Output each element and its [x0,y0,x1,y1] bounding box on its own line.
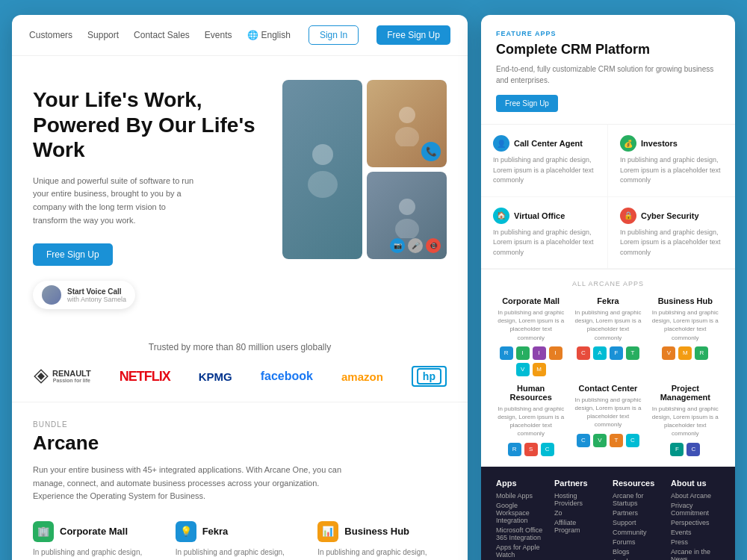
facebook-logo[interactable]: facebook [261,370,313,383]
crm-feature-call-center: 👤 Call Center Agent In publishing and gr… [481,125,608,197]
all-app-icons-2: C A F T [573,346,642,360]
voice-call-badge[interactable]: Start Voice Call with Antony Samela [33,281,135,309]
crm-feature-cyber-security: 🔒 Cyber Security In publishing and graph… [608,197,735,270]
mini-icon-1a: R [500,346,513,360]
footer-link-zo[interactable]: Zo [554,509,604,517]
scene: Customers Support Contact Sales Events 🌐… [12,15,735,560]
app-business-hub: 📊 Business Hub In publishing and graphic… [317,521,447,560]
hero-image-2: 📞 [367,80,447,167]
mic-icon[interactable]: 🎤 [408,238,423,253]
video-icon[interactable]: 📷 [390,238,405,253]
footer-link-affiliate[interactable]: Affiliate Program [554,519,604,534]
footer-link-ms365[interactable]: Microsoft Office 365 Integration [496,526,545,541]
apps-grid: 🏢 Corporate Mall In publishing and graph… [33,521,447,560]
crm-cta-button[interactable]: Free Sign Up [496,95,558,112]
svg-point-4 [399,199,415,215]
footer-link-forums[interactable]: Forums [613,538,662,546]
right-panel: FEATURE APPS Complete CRM Platform End-t… [481,15,735,560]
voice-call-text: Start Voice Call with Antony Samela [67,287,126,303]
nav-language[interactable]: 🌐 English [247,30,291,40]
footer-link-privacy[interactable]: Privacy Commitment [671,502,720,517]
mini-icon-1d: I [549,346,562,360]
signup-button[interactable]: Free Sign Up [376,25,450,45]
footer-grid: Apps Mobile Apps Google Workspace Integr… [496,479,720,561]
voice-call-label: Start Voice Call [67,287,126,296]
corporate-mall-icon: 🏢 [33,521,54,542]
footer-link-support[interactable]: Support [613,519,662,526]
signin-button[interactable]: Sign In [309,25,359,45]
app-name-1: Corporate Mall [60,526,128,537]
crm-feature-header-4: 🔒 Cyber Security [620,208,723,224]
footer-link-about[interactable]: About Arcane [671,492,720,500]
footer-link-startups[interactable]: Arcane for Startups [613,492,662,507]
footer-link-perspectives[interactable]: Perspectives [671,519,720,526]
hero-cta-button[interactable]: Free Sign Up [33,243,113,266]
app-header-3: 📊 Business Hub [317,521,447,542]
hero-image-1 [282,80,362,259]
crm-top: FEATURE APPS Complete CRM Platform End-t… [481,15,735,125]
action-icons: 📷 🎤 📵 [390,238,441,253]
app-header-2: 💡 Fekra [176,521,305,542]
all-app-icons-1: R I I I V M [496,346,565,376]
nav-customers[interactable]: Customers [29,30,72,40]
all-app-desc-3: In publishing and graphic design, Lorem … [651,308,720,342]
footer-link-google[interactable]: Google Workspace Integration [496,502,545,524]
hero-title: Your Life's Work, Powered By Our Life's … [33,87,267,163]
svg-marker-7 [37,373,45,380]
mini-icon-1c: I [533,346,546,360]
footer-link-mobile[interactable]: Mobile Apps [496,492,545,500]
mini-icon-6a: F [670,443,684,456]
footer-link-community[interactable]: Community [613,529,662,536]
crm-feature-investors: 💰 Investors In publishing and graphic de… [608,125,735,197]
all-apps-section: ALL ARCANE APPS Corporate Mall In publis… [481,269,735,467]
trusted-section: Trusted by more than 80 million users gl… [12,327,468,402]
all-apps-label: ALL ARCANE APPS [496,280,720,287]
app-header-1: 🏢 Corporate Mall [33,521,162,542]
footer-col-partners: Partners Hosting Providers Zo Affiliate … [554,479,604,561]
footer-col-resources-title: Resources [613,479,662,488]
footer-link-press[interactable]: Press [671,538,720,546]
nav-contact-sales[interactable]: Contact Sales [134,30,190,40]
hero-section: Your Life's Work, Powered By Our Life's … [12,56,468,327]
all-app-desc-2: In publishing and graphic design, Lorem … [573,308,642,342]
footer-link-hosting[interactable]: Hosting Providers [554,492,604,507]
app-desc-1: In publishing and graphic design, Lorem … [33,547,162,560]
svg-point-5 [395,219,419,238]
footer-link-news[interactable]: Arcane in the News [671,548,720,561]
all-app-icons-4: R S C [496,443,565,456]
footer-col-partners-title: Partners [554,479,604,488]
person-svg-3 [388,193,426,238]
footer-link-apple[interactable]: Apps for Apple Watch [496,544,545,559]
footer-link-academy[interactable]: Academy [613,558,662,561]
footer-link-events[interactable]: Events [671,529,720,536]
bundle-label: BUNDLE [33,420,447,429]
renault-icon [33,368,49,385]
crm-features: 👤 Call Center Agent In publishing and gr… [481,125,735,269]
svg-point-3 [395,127,419,146]
voice-avatar [42,285,61,305]
all-app-name-2: Fekra [573,296,642,305]
nav-links: Customers Support Contact Sales Events 🌐… [29,30,291,40]
footer-col-about-title: About us [671,479,720,488]
footer-col-resources: Resources Arcane for Startups Partners S… [613,479,662,561]
end-call-icon[interactable]: 📵 [426,238,441,253]
all-apps-grid: Corporate Mall In publishing and graphic… [496,296,720,456]
footer-col-about: About us About Arcane Privacy Commitment… [671,479,720,561]
footer-link-partners-r[interactable]: Partners [613,509,662,517]
all-app-desc-4: In publishing and graphic design, Lorem … [496,405,565,438]
logos-row: RENAULT Passion for life NETFLIX KPMG fa… [33,366,447,387]
mini-icon-4a: R [508,443,521,456]
nav-events[interactable]: Events [205,30,232,40]
bundle-description: Run your entire business with 45+ integr… [33,464,347,503]
all-app-contact-center: Contact Center In publishing and graphic… [573,384,642,456]
kpmg-logo: KPMG [199,370,232,383]
mini-icon-3a: V [662,346,675,360]
mini-icon-2d: T [626,346,639,360]
footer-link-blogs[interactable]: Blogs [613,548,662,556]
mini-icon-5d: C [626,434,639,447]
nav-support[interactable]: Support [87,30,119,40]
mini-icon-5c: T [610,434,623,447]
bundle-section: BUNDLE Arcane Run your entire business w… [12,402,468,560]
hero-images: 📞 📷 🎤 📵 [282,80,447,259]
person-svg-1 [300,140,345,199]
